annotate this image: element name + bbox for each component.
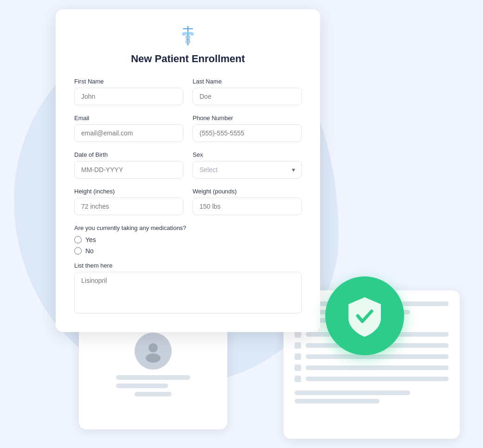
email-label: Email: [74, 115, 183, 122]
weight-input[interactable]: [193, 198, 302, 215]
dob-sex-row: Date of Birth Sex Select Male Female Oth…: [74, 151, 302, 179]
height-input[interactable]: [74, 198, 183, 215]
weight-label: Weight (pounds): [193, 188, 302, 195]
sex-label: Sex: [193, 151, 302, 158]
medications-list-label: List them here: [74, 262, 302, 269]
doc-bullet-row: [295, 376, 449, 382]
medications-yes-option[interactable]: Yes: [74, 236, 302, 243]
dob-group: Date of Birth: [74, 151, 183, 179]
doc-bullet: [295, 331, 301, 338]
height-label: Height (inches): [74, 188, 183, 195]
contact-row: Email Phone Number: [74, 115, 302, 142]
doc-bullet: [295, 342, 301, 349]
form-logo: [74, 24, 302, 47]
doc-lines-bottom: [295, 390, 449, 403]
weight-group: Weight (pounds): [193, 188, 302, 215]
doc-bullet-line: [306, 377, 449, 381]
profile-line-3: [135, 392, 172, 397]
doc-bullet: [295, 376, 301, 382]
enrollment-form: New Patient Enrollment First Name Last N…: [56, 9, 320, 332]
profile-line-2: [116, 384, 168, 388]
name-row: First Name Last Name: [74, 78, 302, 105]
medications-section: Are you currently taking any medications…: [74, 224, 302, 255]
doc-line-b2: [295, 399, 380, 403]
dob-input[interactable]: [74, 161, 183, 179]
profile-line-1: [116, 375, 190, 380]
first-name-group: First Name: [74, 78, 183, 105]
first-name-label: First Name: [74, 78, 183, 85]
svg-point-0: [148, 343, 158, 352]
doc-bullet-line: [306, 354, 449, 359]
phone-group: Phone Number: [193, 115, 302, 142]
avatar: [135, 333, 172, 370]
medications-list-textarea[interactable]: [74, 272, 302, 314]
sex-select-wrapper: Select Male Female Other ▾: [193, 161, 302, 179]
dob-label: Date of Birth: [74, 151, 183, 158]
profile-lines: [116, 375, 190, 397]
shield-badge: [325, 276, 404, 355]
sex-select[interactable]: Select Male Female Other: [193, 161, 302, 179]
height-group: Height (inches): [74, 188, 183, 215]
medications-yes-label: Yes: [85, 236, 96, 243]
last-name-group: Last Name: [193, 78, 302, 105]
medications-no-label: No: [85, 247, 94, 255]
medications-no-radio[interactable]: [74, 247, 82, 255]
email-group: Email: [74, 115, 183, 142]
doc-bullet-row: [295, 365, 449, 371]
last-name-label: Last Name: [193, 78, 302, 85]
first-name-input[interactable]: [74, 88, 183, 105]
email-input[interactable]: [74, 124, 183, 142]
last-name-input[interactable]: [193, 88, 302, 105]
medications-question: Are you currently taking any medications…: [74, 224, 302, 231]
phone-input[interactable]: [193, 124, 302, 142]
medications-list-group: List them here: [74, 262, 302, 314]
doc-bullet: [295, 353, 301, 360]
medications-no-option[interactable]: No: [74, 247, 302, 255]
svg-point-1: [146, 353, 161, 363]
medications-radio-group: Yes No: [74, 236, 302, 255]
sex-group: Sex Select Male Female Other ▾: [193, 151, 302, 179]
doc-bullet-line: [306, 365, 449, 370]
medications-yes-radio[interactable]: [74, 236, 82, 243]
doc-line-b1: [295, 390, 410, 395]
form-title: New Patient Enrollment: [74, 53, 302, 65]
height-weight-row: Height (inches) Weight (pounds): [74, 188, 302, 215]
doc-bullet: [295, 365, 301, 371]
phone-label: Phone Number: [193, 115, 302, 122]
